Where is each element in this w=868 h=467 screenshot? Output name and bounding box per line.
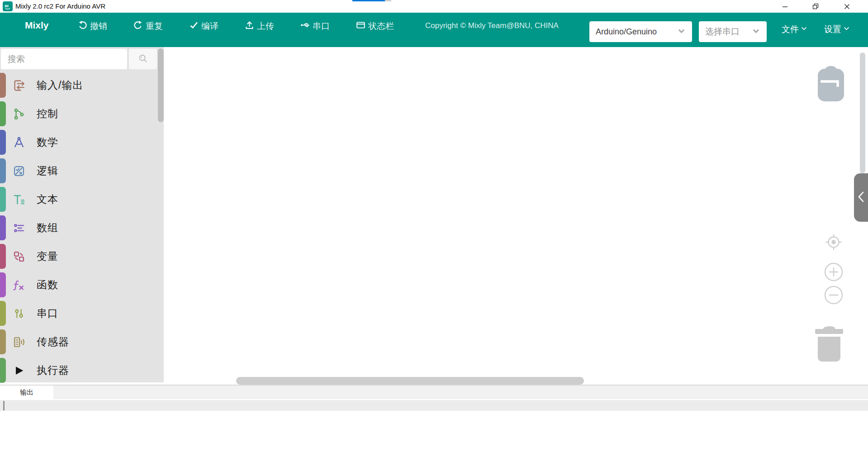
text-icon — [12, 193, 26, 206]
undo-button[interactable]: 撤销 — [78, 20, 107, 32]
toolbar-buttons: 撤销 重复 编译 上传 串口 状态栏 — [78, 19, 394, 33]
minimize-icon[interactable] — [774, 0, 795, 13]
category-color-bar — [0, 358, 6, 383]
flyout-collapse-handle[interactable] — [854, 173, 868, 222]
search-input[interactable] — [1, 49, 127, 69]
compile-check-icon — [189, 20, 199, 32]
logic-checkbox-icon — [12, 164, 26, 178]
zoom-in-icon[interactable] — [824, 262, 843, 281]
compass-icon — [12, 136, 26, 149]
svg-text:m: m — [5, 3, 9, 8]
category-label: 函数 — [37, 278, 58, 292]
tab-label: 输出 — [20, 388, 33, 397]
center-target-icon[interactable] — [825, 234, 842, 251]
sidebar-item-function[interactable]: 函数 — [0, 271, 158, 299]
statusbar-window-icon — [356, 20, 365, 32]
sidebar-item-array[interactable]: 数组 — [0, 214, 158, 242]
close-icon[interactable] — [836, 0, 857, 13]
backpack-icon[interactable] — [817, 63, 845, 102]
block-category-sidebar: 输入/输出 控制 数学 逻辑 文本 数组 — [0, 47, 164, 382]
category-label: 串口 — [37, 306, 58, 320]
zoom-out-icon[interactable] — [824, 286, 843, 305]
search-row — [1, 49, 157, 69]
category-color-bar — [0, 130, 6, 155]
redo-icon — [133, 20, 143, 32]
chevron-left-icon — [856, 191, 866, 205]
category-label: 输入/输出 — [37, 78, 83, 92]
category-color-bar — [0, 301, 6, 326]
compile-button[interactable]: 编译 — [189, 20, 218, 32]
upload-button[interactable]: 上传 — [245, 20, 274, 32]
sidebar-item-variable[interactable]: 变量 — [0, 242, 158, 271]
button-label: 重复 — [146, 20, 163, 32]
port-select-placeholder: 选择串口 — [705, 26, 740, 38]
restore-icon[interactable] — [805, 0, 826, 13]
output-console[interactable] — [0, 399, 868, 467]
input-output-icon — [12, 79, 26, 92]
category-label: 数组 — [37, 221, 58, 235]
category-color-bar — [0, 272, 6, 297]
button-label: 状态栏 — [368, 20, 394, 32]
category-label: 传感器 — [37, 335, 69, 349]
search-button[interactable] — [129, 49, 157, 69]
sidebar-item-control[interactable]: 控制 — [0, 100, 158, 128]
menu-settings[interactable]: 设置 — [824, 24, 850, 35]
mixly-logo-icon: m — [3, 1, 13, 11]
sliders-icon — [12, 307, 26, 320]
canvas-horizontal-scrollbar[interactable] — [236, 377, 584, 385]
category-color-bar — [0, 101, 6, 126]
sidebar-item-text[interactable]: 文本 — [0, 185, 158, 214]
sidebar-item-serial[interactable]: 串口 — [0, 299, 158, 328]
play-icon — [12, 364, 26, 377]
button-label: 编译 — [201, 20, 218, 32]
progress-bar-track — [385, 0, 391, 1]
window-title: Mixly 2.0 rc2 For Arduino AVR — [15, 2, 105, 10]
sidebar-item-math[interactable]: 数学 — [0, 128, 158, 157]
function-fx-icon — [12, 278, 26, 292]
serial-port-select[interactable]: 选择串口 — [699, 21, 767, 42]
chevron-down-icon — [800, 24, 808, 34]
trash-icon[interactable] — [814, 321, 844, 362]
chevron-down-icon — [843, 24, 850, 34]
usb-serial-icon — [300, 20, 310, 32]
canvas-vertical-scrollbar[interactable] — [860, 52, 865, 173]
button-label: 上传 — [257, 20, 274, 32]
swap-squares-icon — [12, 250, 26, 263]
sensor-wave-icon — [12, 335, 26, 349]
category-color-bar — [0, 73, 6, 98]
category-color-bar — [0, 158, 6, 183]
sidebar-item-sensor[interactable]: 传感器 — [0, 328, 158, 356]
sidebar-item-input-output[interactable]: 输入/输出 — [0, 71, 158, 100]
board-select-value: Arduino/Genuino — [596, 27, 657, 37]
search-icon — [138, 53, 148, 65]
sidebar-item-logic[interactable]: 逻辑 — [0, 157, 158, 185]
sidebar-scrollbar[interactable] — [158, 48, 164, 122]
workspace-canvas[interactable] — [164, 47, 868, 385]
upload-icon — [245, 20, 254, 32]
category-color-bar — [0, 187, 6, 212]
titlebar: m Mixly 2.0 rc2 For Arduino AVR — [0, 0, 868, 13]
tab-output[interactable]: 输出 — [0, 386, 53, 399]
undo-icon — [78, 20, 87, 32]
console-active-line — [0, 400, 868, 411]
statusbar-button[interactable]: 状态栏 — [356, 20, 394, 32]
category-label: 执行器 — [37, 363, 69, 377]
redo-button[interactable]: 重复 — [133, 20, 163, 32]
category-color-bar — [0, 244, 6, 269]
category-color-bar — [0, 215, 6, 240]
category-label: 变量 — [37, 249, 58, 263]
text-caret — [3, 401, 5, 410]
category-list: 输入/输出 控制 数学 逻辑 文本 数组 — [0, 71, 158, 385]
sidebar-item-actuator[interactable]: 执行器 — [0, 356, 158, 385]
button-label: 撤销 — [90, 20, 107, 32]
serial-button[interactable]: 串口 — [300, 20, 330, 32]
category-label: 逻辑 — [37, 164, 58, 178]
menu-file[interactable]: 文件 — [782, 24, 808, 35]
category-label: 数学 — [37, 135, 58, 149]
category-color-bar — [0, 329, 6, 354]
board-select[interactable]: Arduino/Genuino — [589, 21, 692, 42]
list-icon — [12, 221, 26, 235]
output-tabbar: 输出 — [0, 386, 868, 399]
menu-label: 设置 — [824, 24, 841, 35]
progress-bar — [352, 0, 385, 1]
